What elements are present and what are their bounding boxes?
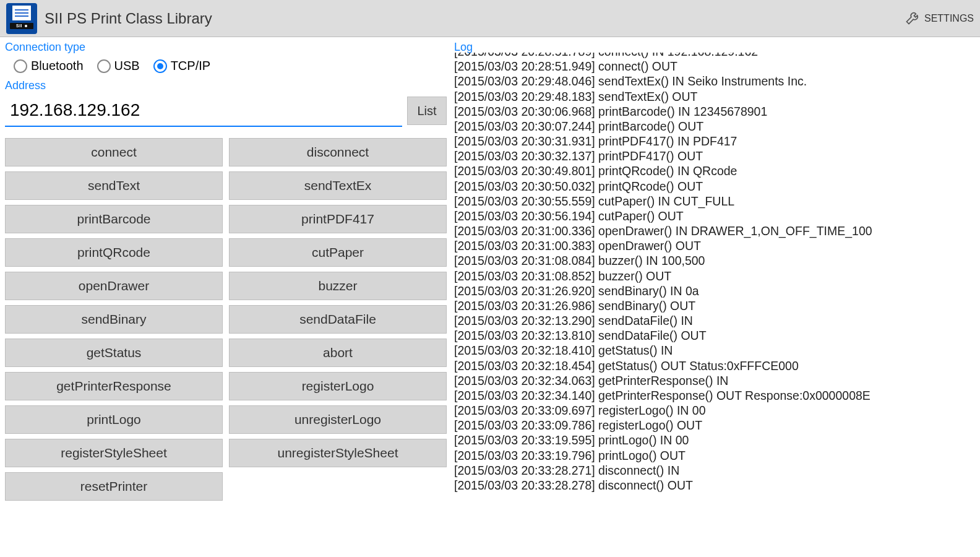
sendtext-button[interactable]: sendText	[5, 171, 223, 200]
disconnect-button[interactable]: disconnect	[229, 138, 447, 166]
titlebar: SII SII PS Print Class Library SETTINGS	[0, 0, 980, 37]
log-line: [2015/03/03 20:28:51.949] connect() OUT	[454, 59, 975, 74]
log-area[interactable]: [2015/03/03 20:28:51.789] connect() IN 1…	[454, 53, 975, 552]
log-line: [2015/03/03 20:31:00.336] openDrawer() I…	[454, 223, 975, 238]
log-line: [2015/03/03 20:30:31.931] printPDF417() …	[454, 134, 975, 149]
log-line: [2015/03/03 20:30:06.968] printBarcode()…	[454, 104, 975, 119]
radio-icon	[153, 59, 167, 73]
log-line: [2015/03/03 20:31:08.852] buzzer() OUT	[454, 269, 975, 283]
log-line: [2015/03/03 20:31:00.383] openDrawer() O…	[454, 238, 975, 253]
log-line: [2015/03/03 20:32:34.140] getPrinterResp…	[454, 388, 975, 403]
app-icon-text: SII	[16, 24, 22, 28]
log-line: [2015/03/03 20:32:18.410] getStatus() IN	[454, 343, 975, 358]
list-button[interactable]: List	[407, 97, 447, 125]
sendtextex-button[interactable]: sendTextEx	[229, 171, 447, 200]
registerlogo-button[interactable]: registerLogo	[229, 372, 447, 400]
log-line: [2015/03/03 20:29:48.183] sendTextEx() O…	[454, 89, 975, 104]
cutpaper-button[interactable]: cutPaper	[229, 238, 447, 267]
log-line: [2015/03/03 20:32:13.810] sendDataFile()…	[454, 328, 975, 343]
unregisterlogo-button[interactable]: unregisterLogo	[229, 405, 447, 434]
log-line: [2015/03/03 20:32:34.063] getPrinterResp…	[454, 373, 975, 388]
log-line: [2015/03/03 20:30:56.194] cutPaper() OUT	[454, 209, 975, 223]
log-line: [2015/03/03 20:30:07.244] printBarcode()…	[454, 119, 975, 134]
connection-type-row: Bluetooth USB TCP/IP	[5, 55, 447, 79]
log-line: [2015/03/03 20:30:55.559] cutPaper() IN …	[454, 194, 975, 209]
log-line: [2015/03/03 20:33:28.278] disconnect() O…	[454, 478, 975, 493]
log-line: [2015/03/03 20:28:51.789] connect() IN 1…	[454, 53, 975, 59]
printlogo-button[interactable]: printLogo	[5, 405, 223, 434]
radio-icon	[97, 59, 111, 73]
log-line: [2015/03/03 20:33:19.595] printLogo() IN…	[454, 433, 975, 447]
log-line: [2015/03/03 20:31:26.920] sendBinary() I…	[454, 283, 975, 298]
radio-tcpip[interactable]: TCP/IP	[153, 59, 210, 73]
wrench-icon	[905, 9, 922, 28]
settings-button[interactable]: SETTINGS	[905, 9, 974, 28]
connect-button[interactable]: connect	[5, 138, 223, 166]
buzzer-button[interactable]: buzzer	[229, 272, 447, 300]
radio-bluetooth[interactable]: Bluetooth	[14, 59, 84, 73]
log-label: Log	[454, 41, 975, 54]
connection-type-label: Connection type	[5, 41, 447, 54]
printqrcode-button[interactable]: printQRcode	[5, 238, 223, 267]
log-line: [2015/03/03 20:32:18.454] getStatus() OU…	[454, 358, 975, 373]
getprinterresponse-button[interactable]: getPrinterResponse	[5, 372, 223, 400]
api-button-grid: connectdisconnectsendTextsendTextExprint…	[5, 138, 447, 501]
address-label: Address	[5, 79, 447, 92]
settings-label: SETTINGS	[924, 13, 974, 24]
printbarcode-button[interactable]: printBarcode	[5, 205, 223, 233]
log-line: [2015/03/03 20:32:13.290] sendDataFile()…	[454, 313, 975, 328]
getstatus-button[interactable]: getStatus	[5, 339, 223, 367]
radio-bluetooth-label: Bluetooth	[31, 59, 84, 73]
abort-button[interactable]: abort	[229, 339, 447, 367]
log-line: [2015/03/03 20:30:50.032] printQRcode() …	[454, 179, 975, 194]
resetprinter-button[interactable]: resetPrinter	[5, 472, 223, 501]
log-line: [2015/03/03 20:30:49.801] printQRcode() …	[454, 163, 975, 178]
radio-usb[interactable]: USB	[97, 59, 140, 73]
log-line: [2015/03/03 20:31:08.084] buzzer() IN 10…	[454, 253, 975, 268]
log-line: [2015/03/03 20:31:26.986] sendBinary() O…	[454, 298, 975, 313]
right-panel: Log [2015/03/03 20:28:51.789] connect() …	[452, 37, 980, 557]
registerstylesheet-button[interactable]: registerStyleSheet	[5, 439, 223, 467]
app-title: SII PS Print Class Library	[45, 10, 905, 27]
senddatafile-button[interactable]: sendDataFile	[229, 305, 447, 334]
radio-icon	[14, 59, 27, 73]
log-line: [2015/03/03 20:30:32.137] printPDF417() …	[454, 149, 975, 163]
opendrawer-button[interactable]: openDrawer	[5, 272, 223, 300]
log-line: [2015/03/03 20:33:09.697] registerLogo()…	[454, 403, 975, 418]
log-line: [2015/03/03 20:33:28.271] disconnect() I…	[454, 463, 975, 478]
log-line: [2015/03/03 20:33:09.786] registerLogo()…	[454, 418, 975, 433]
unregisterstylesheet-button[interactable]: unregisterStyleSheet	[229, 439, 447, 467]
app-icon: SII	[6, 3, 37, 34]
log-line: [2015/03/03 20:33:19.796] printLogo() OU…	[454, 448, 975, 463]
address-input[interactable]	[5, 95, 402, 127]
radio-tcpip-label: TCP/IP	[171, 59, 210, 73]
radio-usb-label: USB	[114, 59, 140, 73]
log-line: [2015/03/03 20:29:48.046] sendTextEx() I…	[454, 74, 975, 89]
sendbinary-button[interactable]: sendBinary	[5, 305, 223, 334]
printpdf417-button[interactable]: printPDF417	[229, 205, 447, 233]
left-panel: Connection type Bluetooth USB TCP/IP Add…	[0, 37, 452, 557]
